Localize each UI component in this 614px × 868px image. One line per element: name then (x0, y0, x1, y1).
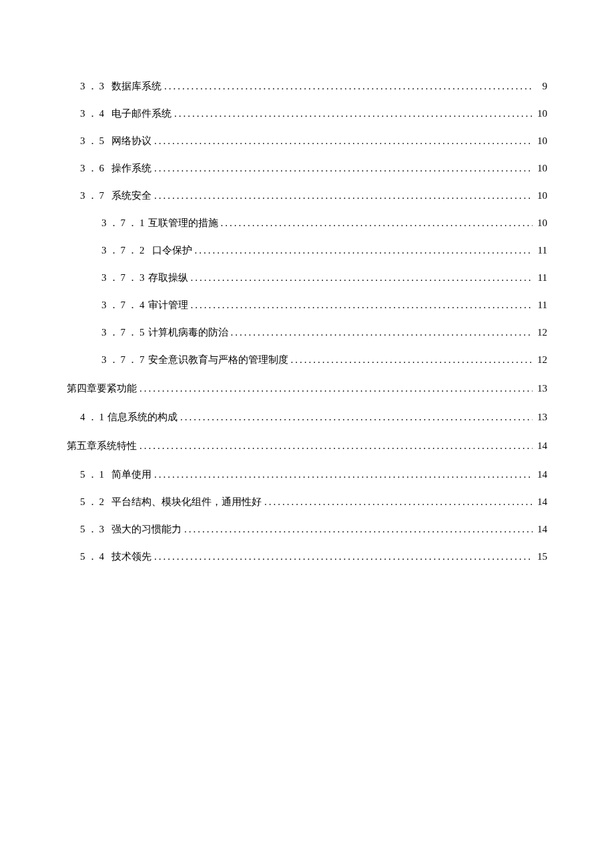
toc-page-number: 14 (534, 524, 547, 535)
toc-entry: 第四章要紧功能13 (67, 382, 547, 395)
toc-page-number: 15 (534, 551, 547, 562)
toc-page-number: 11 (534, 245, 547, 256)
toc-leader-dots (231, 327, 533, 338)
toc-title: 电子邮件系统 (111, 107, 172, 120)
toc-page-number: 14 (534, 469, 547, 480)
toc-leader-dots (221, 218, 533, 229)
toc-entry: 3．7．4审计管理11 (67, 299, 547, 312)
toc-page-number: 10 (534, 135, 547, 147)
toc-page-number: 10 (534, 190, 547, 201)
toc-entry: 3．5网络协议10 (67, 135, 547, 147)
toc-leader-dots (191, 272, 533, 284)
toc-entry: 3．7．3存取操纵11 (67, 272, 547, 284)
toc-page-number: 10 (534, 108, 547, 119)
toc-page-number: 13 (534, 383, 547, 394)
table-of-contents: 3．3数据库系统93．4电子邮件系统103．5网络协议103．6操作系统103．… (67, 80, 547, 563)
toc-page-number: 12 (534, 354, 547, 366)
toc-number: 3．7．7 (101, 354, 147, 366)
toc-title: 互联管理的措施 (148, 217, 218, 230)
toc-number: 3．4 (80, 107, 106, 120)
toc-leader-dots (291, 354, 533, 366)
toc-number: 3．7．1 (101, 217, 147, 230)
toc-entry: 4．1信息系统的构成13 (67, 411, 547, 424)
toc-leader-dots (139, 383, 533, 394)
toc-page-number: 13 (534, 412, 547, 423)
toc-page-number: 10 (534, 163, 547, 174)
toc-entry: 3．7．1互联管理的措施10 (67, 217, 547, 230)
toc-entry: 5．2平台结构、模块化组件，通用性好14 (67, 496, 547, 508)
toc-page-number: 11 (534, 272, 547, 284)
toc-entry: 3．3数据库系统9 (67, 80, 547, 93)
toc-entry: 3．7．7安全意识教育与严格的管理制度12 (67, 354, 547, 366)
toc-page-number: 14 (534, 496, 547, 508)
toc-leader-dots (195, 245, 533, 256)
toc-leader-dots (184, 524, 533, 535)
toc-leader-dots (154, 551, 533, 562)
toc-page-number: 10 (534, 218, 547, 229)
toc-leader-dots (154, 163, 533, 174)
toc-title: 技术领先 (111, 550, 151, 563)
toc-title: 数据库系统 (111, 80, 162, 93)
toc-number: 3．3 (80, 80, 106, 93)
toc-leader-dots (154, 469, 533, 480)
toc-title: 第四章要紧功能 (67, 382, 137, 395)
toc-title: 网络协议 (111, 135, 151, 147)
toc-number: 4．1 (80, 411, 106, 424)
toc-entry: 5．1简单使用14 (67, 468, 547, 481)
toc-number: 3．6 (80, 162, 106, 175)
toc-title: 存取操纵 (148, 272, 188, 284)
toc-entry: 3．7．5计算机病毒的防治12 (67, 326, 547, 339)
toc-title: 强大的习惯能力 (111, 523, 182, 536)
toc-title: 审计管理 (148, 299, 188, 312)
toc-page-number: 12 (534, 327, 547, 338)
toc-entry: 3．4电子邮件系统10 (67, 107, 547, 120)
toc-page-number: 9 (534, 81, 547, 92)
toc-page-number: 11 (534, 300, 547, 311)
toc-entry: 第五章系统特性14 (67, 440, 547, 452)
toc-number: 5．2 (80, 496, 106, 508)
toc-title: 安全意识教育与严格的管理制度 (148, 354, 288, 366)
toc-entry: 5．4技术领先15 (67, 550, 547, 563)
toc-title: 第五章系统特性 (67, 440, 137, 452)
toc-entry: 3．6操作系统10 (67, 162, 547, 175)
toc-title: 信息系统的构成 (107, 411, 178, 424)
toc-leader-dots (264, 496, 533, 508)
toc-entry: 3．7系统安全10 (67, 189, 547, 202)
toc-title: 系统安全 (111, 189, 151, 202)
toc-leader-dots (191, 300, 533, 311)
toc-number: 3．5 (80, 135, 106, 147)
toc-page-number: 14 (534, 440, 547, 452)
toc-leader-dots (154, 190, 533, 201)
toc-title: 操作系统 (111, 162, 151, 175)
toc-leader-dots (154, 135, 533, 147)
toc-entry: 5．3强大的习惯能力14 (67, 523, 547, 536)
toc-title: 计算机病毒的防治 (148, 326, 228, 339)
toc-title: 简单使用 (111, 468, 151, 481)
toc-leader-dots (180, 412, 533, 423)
toc-title: 平台结构、模块化组件，通用性好 (111, 496, 262, 508)
toc-number: 3．7．4 (101, 299, 147, 312)
toc-number: 5．3 (80, 523, 106, 536)
toc-leader-dots (174, 108, 533, 119)
toc-number: 3．7．2 (101, 244, 147, 257)
toc-entry: 3．7．2 口令保护11 (67, 244, 547, 257)
toc-number: 3．7 (80, 189, 106, 202)
toc-number: 5．1 (80, 468, 106, 481)
toc-number: 3．7．5 (101, 326, 147, 339)
toc-title: 口令保护 (152, 244, 192, 257)
toc-leader-dots (164, 81, 533, 92)
toc-leader-dots (139, 440, 533, 452)
toc-number: 3．7．3 (101, 272, 147, 284)
toc-number: 5．4 (80, 550, 106, 563)
